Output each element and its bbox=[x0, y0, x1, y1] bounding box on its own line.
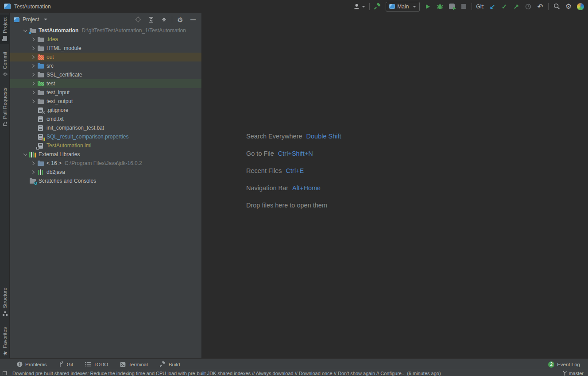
tree-item-jdk-16[interactable]: < 16 > C:\Program Files\Java\jdk-16.0.2 bbox=[10, 159, 201, 168]
chevron-down-icon bbox=[362, 6, 365, 8]
tool-window-button-problems[interactable]: Problems bbox=[17, 361, 47, 367]
project-panel-title[interactable]: Project bbox=[23, 16, 39, 23]
star-icon: ★ bbox=[2, 351, 8, 356]
tool-window-button-build[interactable]: Build bbox=[160, 361, 180, 367]
chevron-right-icon[interactable] bbox=[30, 160, 37, 167]
tree-item-testautomation-iml[interactable]: TestAutomation.iml bbox=[10, 141, 201, 150]
chevron-right-icon[interactable] bbox=[30, 80, 37, 87]
settings-button[interactable]: ⚙ bbox=[565, 2, 573, 11]
tree-item-test[interactable]: test bbox=[10, 79, 201, 88]
search-everywhere-button[interactable] bbox=[553, 2, 561, 11]
folder-icon bbox=[37, 89, 44, 96]
run-with-coverage-button[interactable] bbox=[448, 2, 456, 11]
drop-files-hint: Drop files here to open them bbox=[246, 196, 341, 214]
tree-item-out[interactable]: out bbox=[10, 53, 201, 61]
arrow-down-left-icon: ↙ bbox=[490, 3, 495, 10]
tree-item-idea[interactable]: .idea bbox=[10, 35, 201, 44]
rollback-button[interactable]: ↶ bbox=[536, 2, 544, 11]
project-view-icon bbox=[14, 17, 19, 22]
expand-all-icon bbox=[148, 17, 154, 23]
space-button[interactable] bbox=[576, 2, 584, 11]
hide-panel-button[interactable]: — bbox=[188, 15, 198, 24]
tree-item-test-output[interactable]: test_output bbox=[10, 97, 201, 106]
tree-item-ssl-certificate[interactable]: SSL_certificate bbox=[10, 70, 201, 79]
chevron-placeholder bbox=[30, 107, 37, 114]
run-configuration-selector[interactable]: Main bbox=[386, 2, 420, 12]
stripe-tab-project[interactable]: Project bbox=[0, 15, 10, 44]
undo-icon: ↶ bbox=[538, 3, 543, 10]
tree-item-sql-result-comparison-properties[interactable]: SQL_result_comparison.properties bbox=[10, 132, 201, 141]
tool-window-button-git[interactable]: Git bbox=[59, 361, 74, 367]
collapse-all-icon bbox=[161, 17, 167, 23]
stripe-tab-pull-requests[interactable]: Pull Requests bbox=[0, 85, 10, 129]
jdk-path: C:\Program Files\Java\jdk-16.0.2 bbox=[65, 160, 142, 166]
hammer-icon bbox=[374, 3, 381, 10]
folder-icon bbox=[37, 36, 44, 43]
check-icon: ✓ bbox=[502, 3, 507, 10]
git-branch-widget[interactable]: master bbox=[563, 371, 588, 376]
chevron-right-icon[interactable] bbox=[30, 62, 37, 69]
git-update-button[interactable]: ↙ bbox=[488, 2, 496, 11]
git-branch-icon bbox=[59, 361, 64, 367]
status-message[interactable]: Download pre-built shared indexes: Reduc… bbox=[12, 371, 441, 376]
tool-window-button-event-log[interactable]: Event Log bbox=[557, 362, 580, 367]
collapse-all-button[interactable] bbox=[159, 15, 169, 24]
tool-window-button-todo[interactable]: TODO bbox=[85, 362, 108, 367]
tool-window-button-terminal[interactable]: Terminal bbox=[120, 362, 147, 367]
user-account-button[interactable] bbox=[353, 2, 365, 11]
run-button[interactable] bbox=[424, 2, 432, 11]
git-push-button[interactable]: ↗ bbox=[512, 2, 520, 11]
chevron-right-icon[interactable] bbox=[30, 98, 37, 105]
chevron-down-icon[interactable] bbox=[22, 151, 29, 158]
shortcut-hint: Recent Files Ctrl+E bbox=[246, 162, 341, 179]
tree-item-test-input[interactable]: test_input bbox=[10, 88, 201, 97]
stripe-tab-structure[interactable]: Structure bbox=[0, 284, 10, 319]
jdk-icon bbox=[37, 160, 44, 167]
stripe-tab-favorites[interactable]: ★ Favorites bbox=[0, 326, 10, 357]
chevron-right-icon[interactable] bbox=[30, 169, 37, 176]
debug-button[interactable] bbox=[436, 2, 444, 11]
tree-item-project-root[interactable]: TestAutomation D:\gitTest\TestAutomation… bbox=[10, 26, 201, 35]
panel-settings-button[interactable]: ⚙ bbox=[175, 15, 185, 24]
chevron-right-icon[interactable] bbox=[30, 54, 37, 61]
bottom-tool-window-bar: Problems Git TODO Terminal Build 2 Event… bbox=[0, 358, 588, 370]
expand-all-button[interactable] bbox=[146, 15, 156, 24]
chevron-right-icon[interactable] bbox=[30, 71, 37, 78]
git-history-button[interactable] bbox=[524, 2, 532, 11]
hammer-icon bbox=[160, 361, 166, 367]
tool-window-button-label: Build bbox=[169, 362, 180, 367]
tree-item-external-libraries[interactable]: External Libraries bbox=[10, 150, 201, 159]
toolbar-separator bbox=[369, 3, 370, 10]
tree-item-gitignore[interactable]: .gitignore bbox=[10, 106, 201, 115]
chevron-down-icon[interactable] bbox=[22, 27, 29, 34]
chevron-right-icon[interactable] bbox=[30, 36, 37, 43]
stripe-tab-label: Pull Requests bbox=[2, 88, 8, 119]
tree-item-html-module[interactable]: HTML_module bbox=[10, 44, 201, 53]
tree-item-cmd-txt[interactable]: cmd.txt bbox=[10, 115, 201, 123]
tree-item-db2java[interactable]: db2java bbox=[10, 168, 201, 176]
project-tool-window: Project ⚙ — TestAutomation D:\gitTest\Te… bbox=[10, 13, 202, 358]
tree-item-init-comparison-test-bat[interactable]: init_comparison_test.bat bbox=[10, 123, 201, 132]
tree-item-src[interactable]: src bbox=[10, 61, 201, 70]
build-project-button[interactable] bbox=[374, 2, 382, 11]
editor-area: Search Everywhere Double Shift Go to Fil… bbox=[202, 13, 588, 358]
window-title: TestAutomation bbox=[14, 4, 51, 10]
toggle-tool-window-bars-icon[interactable] bbox=[3, 371, 7, 375]
chevron-right-icon[interactable] bbox=[30, 45, 37, 52]
shortcut-hint: Navigation Bar Alt+Home bbox=[246, 179, 341, 196]
bug-icon bbox=[437, 3, 443, 10]
stop-button[interactable] bbox=[460, 2, 468, 11]
stripe-tab-label: Commit bbox=[2, 52, 8, 69]
select-opened-file-button[interactable] bbox=[133, 15, 143, 24]
folder-icon bbox=[37, 98, 44, 105]
tree-item-scratches-and-consoles[interactable]: Scratches and Consoles bbox=[10, 176, 201, 185]
minimize-icon: — bbox=[190, 16, 196, 23]
problems-icon bbox=[17, 361, 23, 367]
run-config-name: Main bbox=[397, 4, 409, 10]
stripe-tab-commit[interactable]: Commit bbox=[0, 49, 10, 80]
chevron-right-icon[interactable] bbox=[30, 89, 37, 96]
test-folder-icon bbox=[37, 80, 44, 87]
git-commit-button[interactable]: ✓ bbox=[500, 2, 508, 11]
main-toolbar: Main Git: ↙ ✓ ↗ ↶ ⚙ bbox=[353, 0, 588, 13]
chevron-down-icon[interactable] bbox=[44, 19, 47, 20]
